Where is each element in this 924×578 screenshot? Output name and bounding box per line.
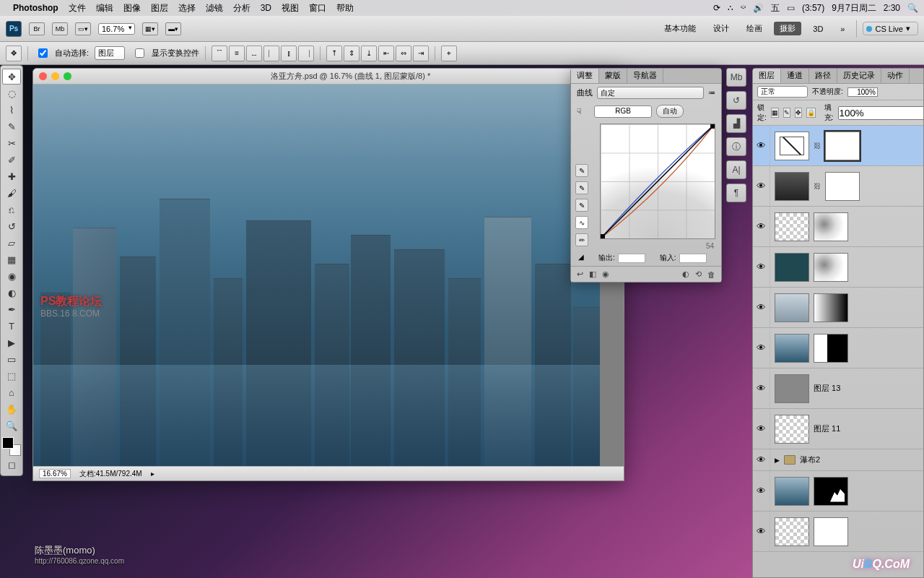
dist-left-icon[interactable]: ⇤	[378, 46, 394, 61]
visibility-toggle-icon[interactable]: 👁	[753, 247, 770, 287]
layer-row[interactable]: 👁 图层 11	[753, 409, 923, 449]
minimize-window-icon[interactable]	[51, 72, 59, 80]
layer-mask[interactable]	[814, 517, 848, 546]
clip-icon[interactable]: ◧	[589, 269, 596, 279]
layer-row[interactable]: 👁 ⛓	[753, 166, 923, 207]
cs-live-button[interactable]: CS Live ▾	[863, 22, 918, 35]
crop-tool[interactable]: ✂	[2, 135, 21, 151]
ps-logo-icon[interactable]: Ps	[6, 21, 22, 37]
menu-filter[interactable]: 滤镜	[206, 2, 223, 14]
lock-transparency-icon[interactable]: ▦	[771, 108, 779, 118]
document-titlebar[interactable]: 洛亚方舟.psd @ 16.7% (曲线 1, 图层蒙版/8) *	[33, 69, 624, 85]
layer-thumb[interactable]	[775, 517, 809, 546]
gray-eyedropper-icon[interactable]: ✎	[575, 181, 588, 194]
lock-all-icon[interactable]: 🔒	[806, 108, 816, 118]
healing-tool[interactable]: ✚	[2, 168, 21, 184]
screen-mode-button[interactable]: ▭▾	[75, 22, 91, 35]
input-field[interactable]	[679, 254, 707, 263]
tab-channels[interactable]: 通道	[781, 69, 809, 83]
workspace-more-icon[interactable]: »	[834, 23, 850, 35]
menubar-date[interactable]: 9月7日周二	[832, 2, 876, 14]
layer-row[interactable]: 👁	[753, 328, 923, 368]
workspace-painting[interactable]: 绘画	[741, 22, 768, 35]
dist-vcenter-icon[interactable]: ⇕	[344, 46, 359, 61]
layer-mask[interactable]	[814, 477, 848, 506]
dist-hcenter-icon[interactable]: ⇔	[396, 46, 411, 61]
expand-view-icon[interactable]: ◉	[602, 269, 609, 279]
link-icon[interactable]: ⛓	[814, 142, 821, 150]
dots-icon[interactable]: ∴	[728, 3, 733, 13]
layer-thumb[interactable]	[775, 172, 809, 201]
hand-sampler-icon[interactable]: ☟	[577, 107, 590, 116]
status-docinfo[interactable]: 文档:41.5M/792.4M	[79, 469, 142, 479]
curves-graph[interactable]	[600, 124, 715, 239]
layer-mask[interactable]	[814, 253, 848, 282]
layer-row[interactable]: 👁	[753, 288, 923, 328]
volume-icon[interactable]: 🔊	[753, 3, 764, 13]
tab-actions[interactable]: 动作	[881, 69, 910, 83]
3d-tool[interactable]: ⬚	[2, 368, 21, 384]
layer-thumb[interactable]	[775, 131, 809, 160]
prev-state-icon[interactable]: ◐	[682, 269, 689, 279]
menu-help[interactable]: 帮助	[336, 2, 354, 14]
move-tool[interactable]: ✥	[2, 69, 21, 85]
align-right-icon[interactable]: ⎹	[298, 46, 314, 61]
hand-tool[interactable]: ✋	[2, 401, 21, 417]
minibridge-dock-icon[interactable]: Mb	[726, 68, 746, 87]
auto-select-checkbox[interactable]	[38, 48, 48, 58]
histogram-dock-icon[interactable]: ▟	[726, 114, 746, 133]
pen-tool[interactable]: ✒	[2, 301, 21, 317]
white-eyedropper-icon[interactable]: ✎	[575, 199, 588, 212]
menu-file[interactable]: 文件	[69, 2, 86, 14]
minibridge-button[interactable]: Mb	[52, 22, 68, 35]
layer-mask[interactable]	[814, 293, 848, 322]
marquee-tool[interactable]: ◌	[2, 85, 21, 101]
auto-select-mode[interactable]: 图层	[95, 46, 125, 60]
shape-tool[interactable]: ▭	[2, 351, 21, 367]
layer-name[interactable]: 瀑布2	[800, 454, 820, 465]
preset-menu-icon[interactable]: ≔	[708, 89, 715, 97]
zoom-tool[interactable]: 🔍	[2, 418, 21, 434]
align-hcenter-icon[interactable]: ⫿	[281, 46, 297, 61]
layer-row[interactable]: 👁	[753, 247, 923, 288]
layer-name[interactable]: 图层 13	[814, 383, 840, 394]
3d-camera-tool[interactable]: ⌂	[2, 384, 21, 400]
menu-layer[interactable]: 图层	[151, 2, 168, 14]
eraser-tool[interactable]: ▱	[2, 235, 21, 251]
type-tool[interactable]: T	[2, 318, 21, 334]
align-top-icon[interactable]: ⎴	[212, 46, 227, 61]
input-method-icon[interactable]: 五	[771, 2, 780, 14]
dist-right-icon[interactable]: ⇥	[413, 46, 429, 61]
visibility-toggle-icon[interactable]: 👁	[753, 409, 770, 449]
menu-analysis[interactable]: 分析	[233, 2, 250, 14]
layer-row[interactable]: 👁 ⛓	[753, 126, 923, 166]
history-dock-icon[interactable]: ↺	[726, 91, 746, 110]
lock-position-icon[interactable]: ✥	[795, 108, 802, 118]
wifi-icon[interactable]: ⌔	[741, 3, 746, 13]
show-transform-checkbox[interactable]	[135, 48, 144, 58]
sync-icon[interactable]: ⟳	[713, 3, 720, 13]
return-icon[interactable]: ↩	[577, 269, 583, 279]
gradient-tool[interactable]: ▦	[2, 251, 21, 267]
menu-image[interactable]: 图像	[123, 2, 141, 14]
visibility-toggle-icon[interactable]: 👁	[753, 449, 770, 470]
tab-paths[interactable]: 路径	[809, 69, 837, 83]
visibility-toggle-icon[interactable]: 👁	[753, 288, 770, 327]
curves-preset-dropdown[interactable]: 自定	[597, 87, 704, 99]
black-eyedropper-icon[interactable]: ✎	[575, 164, 588, 177]
layer-thumb[interactable]	[775, 212, 809, 241]
layer-row[interactable]: 👁 图层 13	[753, 368, 923, 409]
visibility-toggle-icon[interactable]: 👁	[753, 368, 770, 408]
canvas[interactable]: PS教程论坛 BBS.16 8.COM	[33, 85, 624, 466]
blend-mode-dropdown[interactable]: 正常	[757, 86, 808, 98]
menu-view[interactable]: 视图	[282, 2, 299, 14]
status-chevron-icon[interactable]: ▸	[151, 470, 154, 478]
layer-thumb[interactable]	[775, 293, 809, 322]
visibility-toggle-icon[interactable]: 👁	[753, 512, 770, 551]
spotlight-icon[interactable]: 🔍	[907, 3, 918, 13]
layer-mask[interactable]	[814, 334, 848, 363]
clone-tool[interactable]: ⎌	[2, 202, 21, 217]
align-bottom-icon[interactable]: ⎵	[246, 46, 262, 61]
layer-thumb[interactable]	[775, 374, 809, 403]
color-swatch[interactable]	[2, 437, 21, 456]
